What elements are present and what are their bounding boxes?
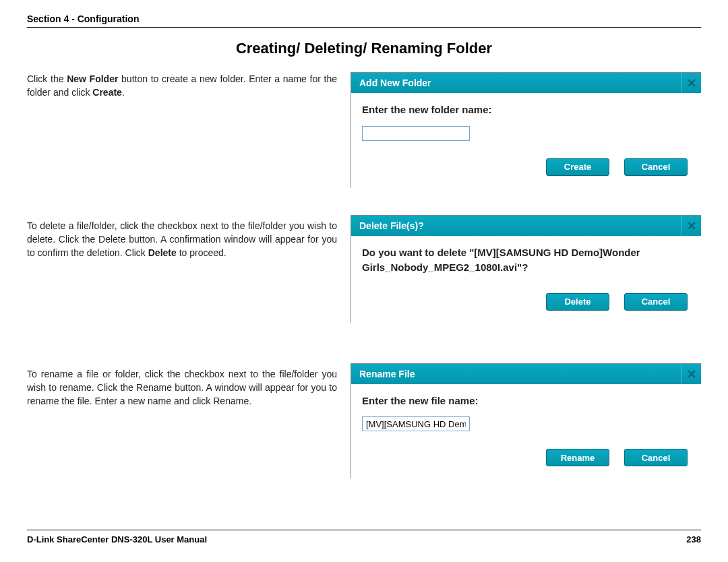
footer: D-Link ShareCenter DNS-320L User Manual … bbox=[27, 530, 701, 544]
file-name-input[interactable] bbox=[362, 416, 470, 431]
delete-file-dialog: Delete File(s)? Do you want to delete "[… bbox=[351, 215, 701, 323]
delete-section: To delete a file/folder, click the check… bbox=[27, 215, 701, 323]
dialog-prompt: Enter the new folder name: bbox=[362, 102, 690, 118]
page-number: 238 bbox=[686, 534, 701, 544]
button-row: Delete Cancel bbox=[362, 293, 690, 311]
delete-instruction-text: To delete a file/folder, click the check… bbox=[27, 215, 337, 260]
dialog-header: Add New Folder bbox=[351, 73, 701, 93]
dialog-body: Do you want to delete "[MV][SAMSUNG HD D… bbox=[351, 236, 701, 323]
create-instruction-text: Click the New Folder button to create a … bbox=[27, 72, 337, 100]
cancel-button[interactable]: Cancel bbox=[624, 293, 688, 311]
create-section: Click the New Folder button to create a … bbox=[27, 72, 701, 188]
dialog-prompt: Enter the new file name: bbox=[362, 394, 690, 409]
rename-section: To rename a file or folder, click the ch… bbox=[27, 363, 701, 479]
dialog-body: Enter the new file name: Rename Cancel bbox=[351, 384, 701, 479]
dialog-prompt: Do you want to delete "[MV][SAMSUNG HD D… bbox=[362, 245, 690, 276]
manual-name: D-Link ShareCenter DNS-320L User Manual bbox=[27, 534, 207, 544]
button-row: Rename Cancel bbox=[362, 449, 690, 466]
close-icon[interactable] bbox=[681, 73, 701, 93]
text-part: To rename a file or folder, click the ch… bbox=[27, 369, 337, 407]
folder-name-input[interactable] bbox=[362, 126, 470, 141]
dialog-title: Add New Folder bbox=[359, 77, 681, 88]
dialog-body: Enter the new folder name: Create Cancel bbox=[351, 93, 701, 188]
dialog-title: Delete File(s)? bbox=[359, 220, 681, 231]
rename-button[interactable]: Rename bbox=[546, 449, 609, 466]
create-button[interactable]: Create bbox=[546, 158, 609, 176]
add-folder-dialog: Add New Folder Enter the new folder name… bbox=[351, 72, 701, 188]
button-row: Create Cancel bbox=[362, 158, 690, 176]
delete-button[interactable]: Delete bbox=[546, 293, 609, 311]
text-bold: Create bbox=[92, 87, 122, 98]
rename-file-dialog: Rename File Enter the new file name: Ren… bbox=[351, 363, 701, 479]
page-title: Creating/ Deleting/ Renaming Folder bbox=[27, 40, 701, 57]
text-bold: New Folder bbox=[67, 73, 118, 84]
cancel-button[interactable]: Cancel bbox=[624, 449, 688, 466]
rename-instruction-text: To rename a file or folder, click the ch… bbox=[27, 363, 337, 408]
dialog-header: Delete File(s)? bbox=[351, 216, 701, 236]
section-header: Section 4 - Configuration bbox=[27, 13, 701, 28]
dialog-header: Rename File bbox=[351, 364, 701, 384]
text-part: Click the bbox=[27, 73, 67, 84]
close-icon[interactable] bbox=[681, 216, 701, 236]
dialog-title: Rename File bbox=[359, 369, 681, 379]
cancel-button[interactable]: Cancel bbox=[624, 158, 688, 176]
close-icon[interactable] bbox=[681, 364, 701, 384]
text-part: to proceed. bbox=[177, 247, 226, 258]
text-bold: Delete bbox=[148, 247, 177, 258]
text-part: . bbox=[122, 87, 125, 98]
